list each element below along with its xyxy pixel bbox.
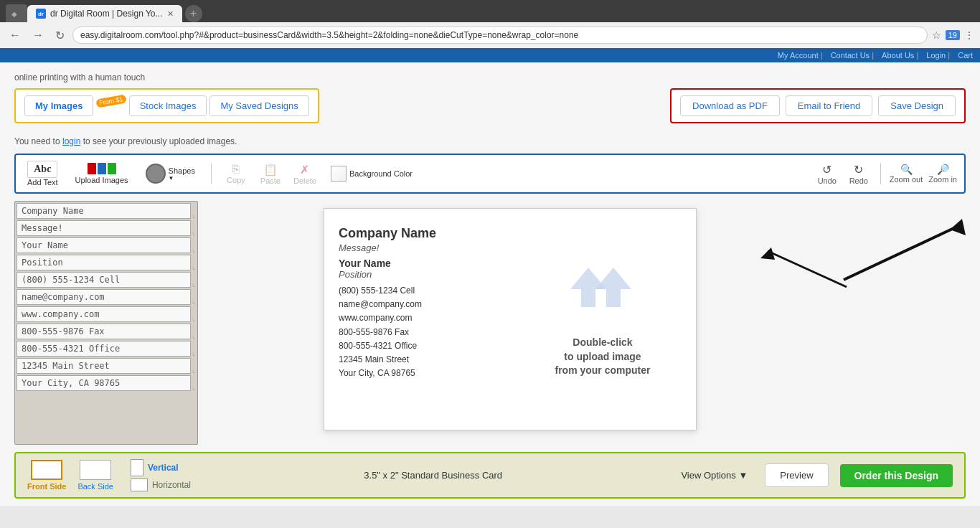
svg-line-0 [768,251,847,287]
stock-images-tab[interactable]: Stock Images [129,95,207,116]
resize-handle-fax[interactable]: ⌞ [192,331,196,339]
vertical-label[interactable]: Vertical [148,463,179,473]
fax-input[interactable]: 800-555-9876 Fax [17,324,191,339]
redo-tool[interactable]: ↻ Redo [846,163,872,185]
browser-toolbar: ← → ↻ ☆ 19 ⋮ [0,22,980,48]
card-fax: 800-555-9876 Fax [339,326,517,339]
orientation-horizontal-row: Horizontal [131,478,191,491]
tab-title: dr Digital Room | Design Yo... [50,9,163,19]
zoom-in-tool[interactable]: 🔎 Zoom in [928,164,957,184]
page-wrapper: My Account | Contact Us | About Us | Log… [0,48,980,506]
add-text-tool[interactable]: Abc Add Text [23,159,62,188]
redo-icon: ↻ [854,163,863,176]
field-row-name: Your Name ⌞ [17,237,196,253]
delete-label: Delete [293,176,316,185]
contact-us-link[interactable]: Contact Us [831,51,870,60]
undo-tool[interactable]: ↺ Undo [814,163,840,185]
my-images-tab[interactable]: My Images [24,95,93,116]
copy-label: Copy [227,176,245,184]
download-pdf-button[interactable]: Download as PDF [680,95,780,116]
forward-button[interactable]: → [29,27,47,43]
front-side-label: Front Side [27,482,66,491]
zoom-out-icon: 🔍 [900,164,913,175]
business-card-canvas[interactable]: Company Name Message! Your Name Position… [324,208,697,430]
save-design-button[interactable]: Save Design [878,95,956,116]
horizontal-label[interactable]: Horizontal [152,480,191,490]
city-input[interactable]: Your City, CA 98765 [17,375,191,391]
front-side-thumbnail[interactable]: Front Side [27,460,66,491]
extension-icon[interactable]: 19 [946,30,960,40]
my-account-link[interactable]: My Account [778,51,819,60]
position-input[interactable]: Position [17,255,191,270]
active-tab[interactable]: dr dr Digital Room | Design Yo... ✕ [27,5,182,22]
field-row-message: Message! ⌞ [17,220,196,236]
field-row-address: 12345 Main Street ⌞ [17,358,196,374]
resize-handle-message[interactable]: ⌞ [192,228,196,236]
shapes-dropdown-icon: ▼ [169,175,174,182]
redo-label: Redo [849,176,868,185]
address-input[interactable]: 12345 Main Street [17,358,191,374]
back-side-thumbnail[interactable]: Back Side [77,460,113,491]
image-tabs-section: My Images From $1 Stock Images My Saved … [14,88,319,123]
pinned-tab[interactable]: ◆ [6,4,27,22]
company-name-input[interactable]: Company Name [17,203,191,219]
field-row-city: Your City, CA 98765 ⌞ [17,375,196,391]
background-color-icon [331,166,347,182]
new-tab-button[interactable]: + [185,5,202,22]
toolbar-right: ↺ Undo ↻ Redo 🔍 Zoom out 🔎 Zoom in [814,163,957,185]
menu-icon[interactable]: ⋮ [964,29,974,41]
add-text-icon: Abc [27,161,57,178]
undo-icon: ↺ [822,163,831,176]
phone-input[interactable]: (800) 555-1234 Cell [17,272,191,288]
resize-handle-name[interactable]: ⌞ [192,245,196,253]
resize-handle-website[interactable]: ⌞ [192,314,196,322]
back-button[interactable]: ← [6,27,24,43]
office-input[interactable]: 800-555-4321 Office [17,341,191,357]
email-friend-button[interactable]: Email to Friend [786,95,872,116]
orientation-vertical-row: Vertical [131,459,191,476]
delete-icon: ✗ [300,163,309,176]
upload-images-tool[interactable]: Upload Images [71,161,133,186]
order-button[interactable]: Order this Design [840,464,953,487]
resize-handle-company[interactable]: ⌞ [192,211,196,219]
view-options-button[interactable]: View Options ▼ [675,467,753,484]
login-notice-link[interactable]: login [62,136,80,146]
zoom-in-icon: 🔎 [937,164,949,175]
right-panel [822,201,966,445]
resize-handle-email[interactable]: ⌞ [192,297,196,305]
shapes-tool[interactable]: Shapes ▼ [141,162,199,185]
card-company-name: Company Name [339,226,517,241]
resize-handle-office[interactable]: ⌞ [192,349,196,357]
background-color-label: Background Color [349,169,413,178]
resize-handle-phone[interactable]: ⌞ [192,280,196,288]
my-saved-designs-tab[interactable]: My Saved Designs [209,95,308,116]
front-thumb-image [31,460,62,480]
background-color-tool[interactable]: Background Color [326,164,417,183]
top-nav-bar: My Account | Contact Us | About Us | Log… [0,48,980,62]
reload-button[interactable]: ↻ [52,27,68,44]
paste-tool: 📋 Paste [258,163,283,185]
address-bar[interactable] [72,27,928,44]
svg-line-4 [844,226,958,280]
about-us-link[interactable]: About Us [882,51,914,60]
cart-link[interactable]: Cart [958,51,973,60]
resize-handle-city[interactable]: ⌞ [192,383,196,391]
tab-close[interactable]: ✕ [167,9,174,19]
preview-button[interactable]: Preview [765,463,828,487]
upload-images-icon [88,163,116,174]
login-link[interactable]: Login [926,51,946,60]
card-upload-area[interactable]: Double-click to upload image from your c… [524,226,682,412]
website-input[interactable]: www.company.com [17,306,191,322]
resize-handle-address[interactable]: ⌞ [192,366,196,374]
zoom-out-tool[interactable]: 🔍 Zoom out [890,164,923,184]
message-input[interactable]: Message! [17,220,191,236]
tagline: online printing with a human touch [14,70,966,88]
fields-panel: Company Name ⌞ Message! ⌞ Your Name ⌞ Po… [14,201,198,445]
your-name-input[interactable]: Your Name [17,237,191,253]
resize-handle-position[interactable]: ⌞ [192,263,196,270]
upload-house-icon [560,260,646,329]
email-input[interactable]: name@company.com [17,289,191,305]
bookmark-icon[interactable]: ☆ [932,29,941,41]
field-row-website: www.company.com ⌞ [17,306,196,322]
orientation-section: Vertical Horizontal [131,459,191,491]
